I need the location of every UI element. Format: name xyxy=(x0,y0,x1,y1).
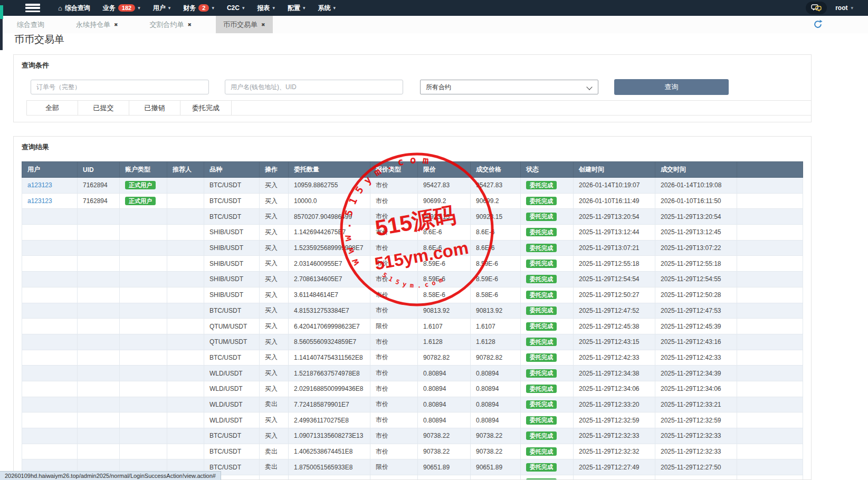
nav-item-0[interactable]: ⌂综合查询 xyxy=(52,0,97,16)
tab-2[interactable]: 交割合约单✖ xyxy=(142,16,199,33)
table-cell: 市价 xyxy=(370,287,418,303)
page-title: 币币交易单 xyxy=(14,33,64,46)
tab-close-icon[interactable]: ✖ xyxy=(261,22,265,27)
table-cell xyxy=(120,256,167,272)
table-cell xyxy=(22,303,78,319)
nav-item-1[interactable]: 业务182▾ xyxy=(97,0,147,16)
table-cell: 90923.15 xyxy=(418,209,471,225)
table-cell xyxy=(120,397,167,412)
table-row: a1231237162894正式用户BTC/USDT买入10000.0市价906… xyxy=(22,193,803,209)
table-cell: 8.58E-6 xyxy=(471,287,521,303)
chevron-down-icon: ▾ xyxy=(212,5,214,11)
tab-close-icon[interactable]: ✖ xyxy=(114,22,118,27)
contract-select[interactable]: 所有合约 xyxy=(420,80,598,94)
table-cell: 95427.83 xyxy=(418,178,471,194)
status-badge: 委托完成 xyxy=(526,431,557,440)
table-cell: BTC/USDT xyxy=(204,428,260,444)
table-cell xyxy=(167,412,204,428)
nav-item-3[interactable]: 财务2▾ xyxy=(177,0,221,16)
table-cell: 0.80894 xyxy=(418,412,471,428)
user-link[interactable]: a123123 xyxy=(27,197,52,205)
tab-close-icon[interactable]: ✖ xyxy=(188,22,192,27)
table-cell: a123123 xyxy=(22,178,78,194)
user-link[interactable]: a123123 xyxy=(27,181,52,189)
table-cell: 市价 xyxy=(370,303,418,319)
table-row: BTC/USDT买入8570207.904986499市价90923.15909… xyxy=(22,209,803,225)
table-cell: 市价 xyxy=(370,209,418,225)
table-cell xyxy=(120,350,167,366)
status-filter-0[interactable]: 全部 xyxy=(26,101,78,115)
table-cell xyxy=(737,350,803,366)
table-cell xyxy=(167,350,204,366)
table-cell xyxy=(78,319,120,334)
table-cell xyxy=(167,287,204,303)
table-cell xyxy=(737,459,803,475)
chevron-down-icon: ▾ xyxy=(303,5,306,11)
table-cell: 2025-11-29T12:27:49 xyxy=(574,459,655,475)
tab-0[interactable]: 综合查询 xyxy=(9,16,52,33)
status-filter-1[interactable]: 已提交 xyxy=(78,101,129,115)
table-cell: 95427.83 xyxy=(471,178,521,194)
navbar-right: root ▾ xyxy=(806,2,853,14)
table-cell: 市价 xyxy=(370,193,418,209)
status-filter-3[interactable]: 委托完成 xyxy=(180,101,232,115)
table-cell: QTUM/USDT xyxy=(204,319,260,334)
username-input[interactable] xyxy=(225,80,403,94)
search-button[interactable]: 查询 xyxy=(614,79,729,95)
table-cell: 90782.82 xyxy=(471,350,521,366)
table-cell: SHIB/USDT xyxy=(204,256,260,272)
table-cell: 市价 xyxy=(370,381,418,397)
table-cell: 2025-11-29T12:34:39 xyxy=(655,366,737,381)
table-cell: 卖出 xyxy=(260,444,289,459)
table-cell: 2025-11-29T12:33:21 xyxy=(655,397,737,412)
messages-button[interactable] xyxy=(806,2,827,14)
chat-bubbles-icon xyxy=(811,4,822,12)
menu-toggle-button[interactable] xyxy=(25,4,40,12)
status-filter-2[interactable]: 已撤销 xyxy=(129,101,180,115)
column-header xyxy=(737,162,803,178)
table-cell: 2025-11-29T12:32:59 xyxy=(574,412,655,428)
tab-label: 永续持仓单 xyxy=(76,20,110,30)
table-cell: 7.724185879901E7 xyxy=(289,397,370,412)
table-cell xyxy=(167,225,204,241)
table-cell: 0.80894 xyxy=(471,381,521,397)
table-cell: 委托完成 xyxy=(521,381,574,397)
table-cell xyxy=(78,444,120,459)
table-header-row: 用户UID账户类型推荐人品种操作委托数量报价类型限价成交价格状态创建时间成交时间 xyxy=(22,162,803,178)
table-cell: 2025-11-29T12:43:15 xyxy=(574,334,655,350)
nav-item-6[interactable]: 配置▾ xyxy=(281,0,312,16)
table-cell: 委托完成 xyxy=(521,272,574,287)
table-row: QTUM/USDT买入8.56055609324859E7市价1.61281.6… xyxy=(22,334,803,350)
table-row: WLD/USDT买入2.499361170275E8市价0.808940.808… xyxy=(22,412,803,428)
order-number-input[interactable] xyxy=(31,80,209,94)
table-cell xyxy=(22,397,78,412)
home-icon: ⌂ xyxy=(58,4,62,12)
table-row: BTC/USDT卖出1.4062538674451E8市价90738.22907… xyxy=(22,444,803,459)
table-cell xyxy=(167,397,204,412)
table-cell: 买入 xyxy=(260,209,289,225)
nav-item-4[interactable]: C2C▾ xyxy=(221,0,251,16)
table-cell: 2025-11-29T12:54:55 xyxy=(655,272,737,287)
table-cell: 2025-11-29T13:07:21 xyxy=(574,240,655,256)
user-menu[interactable]: root ▾ xyxy=(835,4,853,12)
table-cell: 0.80894 xyxy=(418,397,471,412)
nav-item-5[interactable]: 报表▾ xyxy=(251,0,281,16)
refresh-icon xyxy=(813,20,823,29)
table-cell: 8.58E-6 xyxy=(418,287,471,303)
table-cell: WLD/USDT xyxy=(204,381,260,397)
nav-item-2[interactable]: 用户▾ xyxy=(147,0,177,16)
table-cell xyxy=(167,428,204,444)
column-header: 创建时间 xyxy=(574,162,655,178)
nav-item-7[interactable]: 系统▾ xyxy=(312,0,342,16)
status-badge: 委托完成 xyxy=(526,447,557,456)
table-cell: WLD/USDT xyxy=(204,366,260,381)
table-cell: 买入 xyxy=(260,178,289,194)
table-cell: 4.815312753384E7 xyxy=(289,303,370,319)
refresh-button[interactable] xyxy=(813,20,823,29)
table-cell: 8.6E-6 xyxy=(471,240,521,256)
table-cell xyxy=(22,412,78,428)
tab-3[interactable]: 币币交易单✖ xyxy=(216,16,273,33)
table-cell: 买入 xyxy=(260,225,289,241)
tab-1[interactable]: 永续持仓单✖ xyxy=(69,16,126,33)
results-panel-title: 查询结果 xyxy=(22,142,49,152)
